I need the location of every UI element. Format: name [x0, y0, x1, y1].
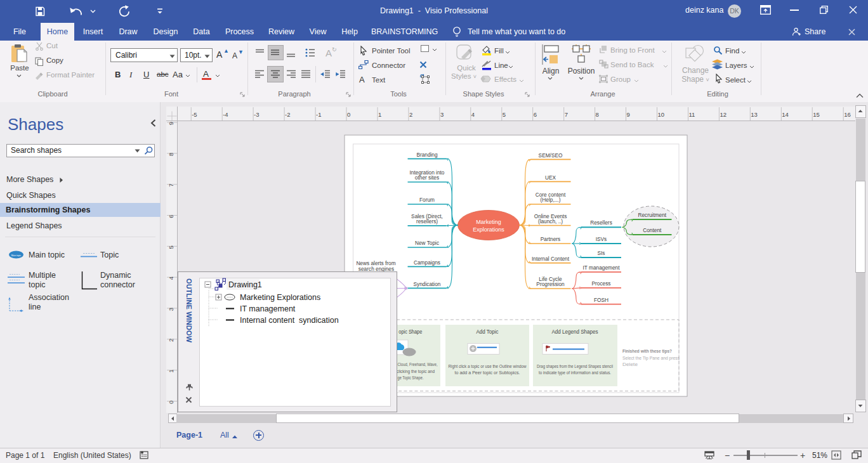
svg-text:Internal content syndication: Internal content syndication — [240, 316, 339, 325]
svg-text:Content: Content — [643, 227, 662, 233]
svg-text:IT management: IT management — [583, 264, 621, 271]
svg-text:4: 4 — [168, 277, 174, 280]
svg-text:-1: -1 — [316, 111, 321, 118]
svg-text:Finished with these tips?: Finished with these tips? — [622, 348, 672, 354]
svg-text:9: 9 — [627, 111, 630, 118]
svg-text:Select the Tip Pane and press: Select the Tip Pane and press — [622, 355, 680, 361]
svg-text:Explorations: Explorations — [473, 226, 504, 233]
svg-text:7: 7 — [565, 111, 568, 118]
svg-text:SEM/SEO: SEM/SEO — [539, 152, 563, 159]
svg-text:Delete: Delete — [622, 362, 638, 367]
svg-text:(launch, ..): (launch, ..) — [538, 218, 563, 225]
svg-text:to indicate type of informatio: to indicate type of information and stat… — [539, 370, 611, 375]
svg-text:-3: -3 — [254, 111, 259, 118]
svg-text:SIs: SIs — [598, 250, 605, 256]
svg-text:16: 16 — [844, 111, 851, 118]
svg-text:IT management: IT management — [240, 304, 296, 313]
svg-text:search engines: search engines — [358, 266, 394, 272]
svg-text:FOSH: FOSH — [594, 297, 608, 303]
svg-text:opic Shape: opic Shape — [398, 329, 422, 335]
svg-text:Drag shapes from the Legend Sh: Drag shapes from the Legend Shapes stenc… — [537, 363, 613, 369]
svg-text:5: 5 — [168, 245, 174, 249]
svg-text:Recruitment: Recruitment — [638, 212, 666, 218]
svg-text:0: 0 — [168, 400, 174, 403]
svg-text:11: 11 — [689, 111, 695, 118]
svg-text:Process: Process — [592, 280, 611, 287]
svg-text:2: 2 — [168, 339, 174, 342]
svg-text:resellers): resellers) — [416, 218, 438, 225]
svg-text:Syndication: Syndication — [414, 281, 441, 287]
svg-text:6: 6 — [168, 214, 174, 218]
svg-text:3: 3 — [168, 308, 174, 311]
svg-text:(Help,...): (Help,...) — [541, 197, 561, 203]
svg-text:10: 10 — [658, 111, 665, 118]
svg-text:Partners: Partners — [541, 236, 560, 242]
svg-text:3: 3 — [440, 111, 444, 118]
svg-text:New Topic: New Topic — [415, 240, 439, 246]
svg-text:Progression: Progression — [536, 281, 565, 287]
svg-text:9: 9 — [168, 122, 174, 125]
svg-text:4: 4 — [471, 111, 475, 118]
svg-text:13: 13 — [751, 111, 758, 118]
svg-text:clicking the topic and: clicking the topic and — [397, 368, 435, 374]
svg-text:Add Topic: Add Topic — [477, 329, 499, 335]
svg-text:Marketing: Marketing — [476, 219, 501, 225]
svg-text:12: 12 — [720, 111, 727, 118]
svg-text:7: 7 — [168, 184, 174, 187]
svg-text:-5: -5 — [192, 111, 197, 118]
svg-text:Resellers: Resellers — [590, 219, 612, 226]
svg-text:Marketing Explorations: Marketing Explorations — [240, 293, 320, 302]
svg-text:-2: -2 — [285, 111, 290, 118]
svg-text:Forum: Forum — [419, 197, 435, 203]
svg-text:8: 8 — [596, 111, 599, 118]
svg-text:Drawing1: Drawing1 — [228, 280, 262, 289]
svg-text:2: 2 — [409, 111, 412, 118]
svg-text:-4: -4 — [223, 111, 228, 118]
svg-text:5: 5 — [503, 111, 506, 118]
svg-text:ge Topic Shape.: ge Topic Shape. — [398, 375, 424, 381]
svg-text:Main topic: Main topic — [11, 254, 22, 257]
svg-text:Campaigns: Campaigns — [414, 259, 440, 266]
svg-text:UEX: UEX — [545, 174, 556, 181]
svg-text:15: 15 — [813, 111, 820, 118]
svg-text:0: 0 — [347, 111, 350, 118]
svg-text:ISVs: ISVs — [596, 236, 607, 242]
svg-text:Branding: Branding — [416, 152, 438, 158]
svg-text:other sites: other sites — [415, 174, 439, 181]
svg-text:Add Legend Shapes: Add Legend Shapes — [552, 329, 598, 335]
svg-text:Right click a topic or use the: Right click a topic or use the Outline w… — [449, 363, 527, 369]
svg-text:8: 8 — [168, 153, 174, 156]
svg-text:Cloud, Freehand, Wave,: Cloud, Freehand, Wave, — [398, 362, 438, 367]
svg-text:1: 1 — [168, 369, 174, 372]
svg-text:1: 1 — [378, 111, 381, 118]
svg-text:14: 14 — [782, 111, 789, 118]
svg-text:6: 6 — [534, 111, 537, 118]
svg-text:to add a Peer topic or Subtopi: to add a Peer topic or Subtopics. — [455, 370, 520, 375]
svg-text:Internal Content: Internal Content — [532, 256, 570, 262]
